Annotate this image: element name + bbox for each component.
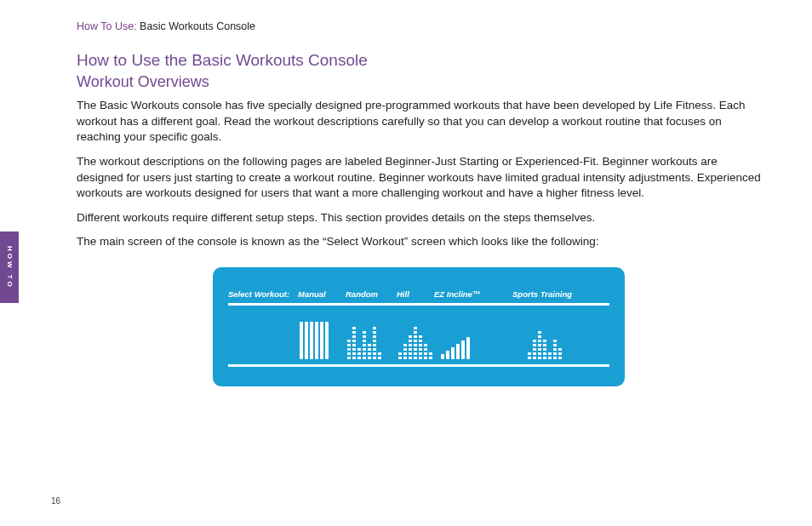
console-icons-row bbox=[228, 310, 609, 359]
page-title: How to Use the Basic Workouts Console bbox=[77, 51, 761, 70]
workout-icon-hill bbox=[398, 327, 437, 359]
paragraph-screen: The main screen of the console is known … bbox=[77, 234, 761, 250]
console-label-row: Select Workout: Manual Random Hill EZ In… bbox=[228, 289, 609, 299]
workout-icon-sports-training bbox=[528, 331, 575, 359]
console-label-manual: Manual bbox=[298, 289, 346, 299]
paragraph-intro: The Basic Workouts console has five spec… bbox=[77, 98, 761, 146]
console-label-ez: EZ Incline™ bbox=[434, 289, 512, 299]
side-tab-how-to: HOW TO bbox=[0, 232, 19, 303]
console-label-hill: Hill bbox=[397, 289, 434, 299]
page-number: 16 bbox=[51, 496, 60, 506]
console-label-select: Select Workout: bbox=[228, 289, 298, 299]
breadcrumb-prefix: How To Use: bbox=[77, 20, 137, 32]
workout-icon-random bbox=[347, 327, 386, 359]
page-subtitle: Workout Overviews bbox=[77, 73, 761, 91]
breadcrumb-current: Basic Workouts Console bbox=[137, 20, 255, 32]
console-divider-bottom bbox=[228, 364, 609, 367]
paragraph-setup: Different workouts require different set… bbox=[77, 210, 761, 226]
console-divider-top bbox=[228, 303, 609, 306]
breadcrumb: How To Use: Basic Workouts Console bbox=[77, 20, 761, 32]
console-select-workout-screen: Select Workout: Manual Random Hill EZ In… bbox=[213, 267, 625, 386]
workout-icon-manual bbox=[300, 322, 334, 359]
document-page: How To Use: Basic Workouts Console How t… bbox=[0, 0, 812, 386]
workout-icon-ez-incline bbox=[441, 337, 483, 359]
console-label-random: Random bbox=[346, 289, 397, 299]
side-tab-label: HOW TO bbox=[6, 246, 14, 289]
paragraph-levels: The workout descriptions on the followin… bbox=[77, 154, 761, 202]
console-label-sports: Sports Training bbox=[512, 289, 609, 299]
